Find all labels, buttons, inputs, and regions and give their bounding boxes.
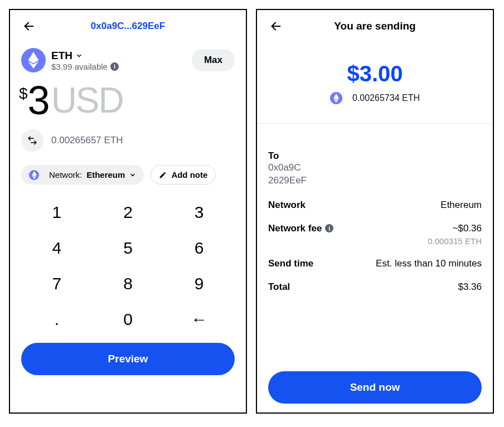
to-address-line1: 0x0a9C [268,162,482,174]
to-label: To [268,151,482,162]
amount-display: $ 3 USD [19,80,235,120]
keypad-backspace[interactable]: ← [163,302,235,337]
network-value: Ethereum [86,170,125,179]
network-fee-row: Network fee i ~$0.36 0.000315 ETH [268,223,482,246]
keypad-1[interactable]: 1 [21,195,93,230]
info-icon[interactable]: i [325,224,333,232]
amount-number: 3 [28,80,49,120]
keypad-9[interactable]: 9 [163,266,235,302]
total-label: Total [268,282,290,293]
keypad-4[interactable]: 4 [21,230,93,266]
to-address-line2: 2629EeF [268,174,482,187]
svg-marker-1 [28,52,39,64]
divider [257,123,493,124]
svg-marker-8 [333,94,339,100]
pencil-icon [159,171,167,179]
network-label: Network: [49,170,82,179]
total-value: $3.36 [458,282,482,293]
chevron-down-icon [76,52,83,59]
keypad-5[interactable]: 5 [93,230,164,266]
keypad-2[interactable]: 2 [93,195,164,230]
eth-estimate: 0.00265657 ETH [51,135,123,146]
keypad-3[interactable]: 3 [163,195,235,230]
fee-usd: ~$0.36 [428,223,482,234]
add-note-label: Add note [171,170,207,179]
send-entry-screen: 0x0a9C...629EeF ETH $3.99 available i Ma… [9,9,247,414]
network-chip[interactable]: Network: Ethereum [21,165,144,185]
back-button[interactable] [21,18,37,34]
keypad-7[interactable]: 7 [21,266,93,302]
send-amount-eth: 0.00265734 ETH [352,93,420,103]
asset-available: $3.99 available [51,62,108,71]
network-label: Network [268,200,306,211]
keypad-8[interactable]: 8 [93,266,164,302]
total-row: Total $3.36 [268,282,482,293]
max-button[interactable]: Max [192,49,235,71]
preview-button[interactable]: Preview [21,343,235,375]
amount-currency: USD [51,83,123,118]
network-row: Network Ethereum [268,200,482,211]
chevron-down-icon [129,172,136,178]
numeric-keypad: 1 2 3 4 5 6 7 8 9 . 0 ← [21,195,235,337]
asset-selector[interactable]: ETH [51,50,119,62]
send-confirm-screen: You are sending $3.00 0.00265734 ETH To … [256,9,494,414]
keypad-6[interactable]: 6 [163,230,235,266]
eth-icon [29,170,39,180]
page-title: You are sending [268,20,482,32]
swap-currency-button[interactable] [21,129,43,152]
eth-icon [21,48,46,72]
sendtime-value: Est. less than 10 minutes [376,258,482,269]
arrow-left-icon [23,20,35,32]
add-note-chip[interactable]: Add note [151,165,216,185]
swap-icon [27,135,37,145]
info-icon[interactable]: i [110,62,119,71]
keypad-0[interactable]: 0 [93,302,164,337]
send-amount-usd: $3.00 [268,61,482,86]
fee-label: Network fee [268,223,322,234]
send-time-row: Send time Est. less than 10 minutes [268,258,482,269]
svg-marker-5 [32,171,37,177]
keypad-dot[interactable]: . [21,302,93,337]
send-now-button[interactable]: Send now [268,371,482,404]
sendtime-label: Send time [268,258,313,269]
recipient-address-chip[interactable]: 0x0a9C...629EeF [37,21,219,32]
dollar-sign: $ [19,85,28,103]
eth-icon [330,92,342,104]
fee-eth: 0.000315 ETH [428,236,482,246]
asset-symbol: ETH [51,50,72,62]
network-value: Ethereum [440,200,482,211]
